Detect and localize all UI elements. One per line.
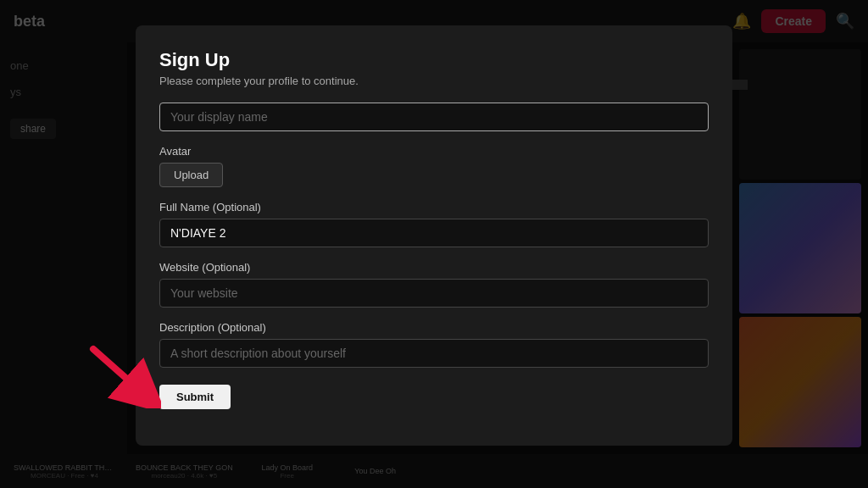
description-label: Description (Optional) bbox=[159, 321, 709, 334]
website-input[interactable] bbox=[159, 279, 709, 308]
avatar-label: Avatar bbox=[159, 145, 709, 158]
modal-subtitle: Please complete your profile to continue… bbox=[159, 75, 709, 87]
submit-button[interactable]: Submit bbox=[159, 385, 231, 409]
website-group: Website (Optional) bbox=[159, 261, 709, 308]
fullname-group: Full Name (Optional) bbox=[159, 201, 709, 247]
website-label: Website (Optional) bbox=[159, 261, 709, 274]
modal-title: Sign Up bbox=[159, 49, 709, 71]
upload-button[interactable]: Upload bbox=[159, 163, 223, 187]
description-group: Description (Optional) bbox=[159, 321, 709, 368]
fullname-label: Full Name (Optional) bbox=[159, 201, 709, 214]
fullname-input[interactable] bbox=[159, 219, 709, 247]
description-input[interactable] bbox=[159, 339, 709, 368]
display-name-input[interactable] bbox=[159, 103, 709, 131]
avatar-section: Avatar Upload bbox=[159, 145, 709, 187]
display-name-group bbox=[159, 103, 709, 131]
signup-modal: Sign Up Please complete your profile to … bbox=[136, 25, 732, 446]
